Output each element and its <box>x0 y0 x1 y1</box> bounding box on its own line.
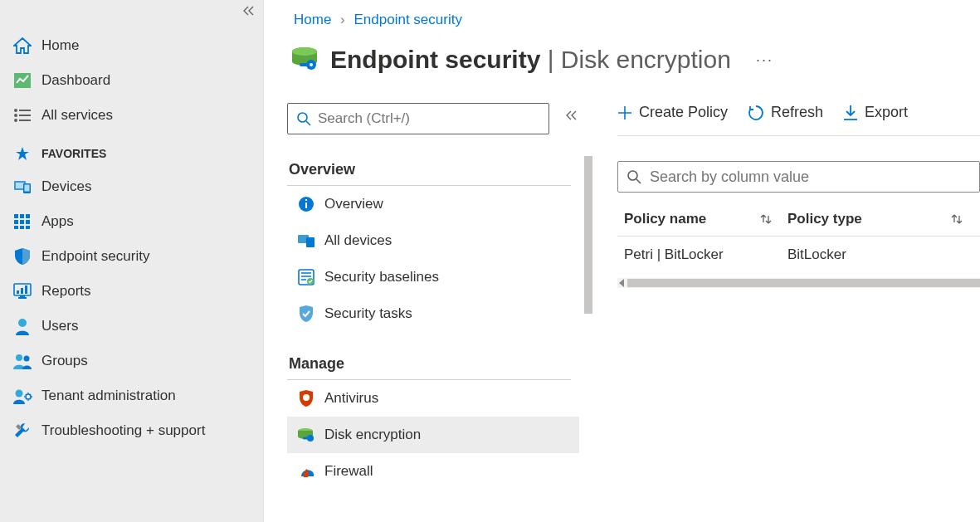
sidebar-item-devices[interactable]: Devices <box>0 169 263 204</box>
refresh-button[interactable]: Refresh <box>748 104 823 121</box>
horizontal-scrollbar[interactable] <box>617 278 980 288</box>
svg-rect-48 <box>303 437 310 440</box>
sidebar-favorites-heading: FAVORITES <box>0 133 263 169</box>
svg-rect-34 <box>300 63 311 66</box>
baselines-icon <box>295 268 318 286</box>
nav-label: Security baselines <box>324 269 439 285</box>
svg-rect-18 <box>20 226 24 229</box>
section-heading-overview: Overview <box>287 153 571 186</box>
search-icon <box>627 169 641 184</box>
sidebar-label: Reports <box>41 283 91 300</box>
nav-item-antivirus[interactable]: Antivirus <box>287 380 579 417</box>
svg-point-49 <box>628 171 637 180</box>
svg-rect-21 <box>17 290 19 294</box>
resource-search-input[interactable] <box>318 110 540 127</box>
sidebar-item-groups[interactable]: Groups <box>0 344 263 378</box>
sidebar-item-endpoint-security[interactable]: Endpoint security <box>0 239 263 274</box>
page-title: Endpoint security | Disk encryption <box>330 46 731 74</box>
sidebar-collapse-button[interactable] <box>243 5 255 18</box>
sidebar-label: Users <box>41 318 78 334</box>
column-search-input[interactable] <box>650 168 971 186</box>
nav-item-disk-encryption[interactable]: Disk encryption <box>287 417 579 453</box>
list-icon <box>12 106 33 124</box>
page-title-row: Endpoint security | Disk encryption ··· <box>264 38 980 83</box>
command-bar: Create Policy Refresh Export <box>617 103 980 136</box>
sidebar-label: Home <box>41 37 79 54</box>
page-title-main: Endpoint security <box>330 46 540 73</box>
column-label: Policy name <box>624 211 706 227</box>
user-icon <box>12 317 33 335</box>
nav-item-all-devices[interactable]: All devices <box>287 222 579 259</box>
table-row[interactable]: Petri | BitLocker BitLocker <box>617 237 980 273</box>
tasks-icon <box>295 305 318 323</box>
export-button[interactable]: Export <box>843 104 908 121</box>
nav-item-overview[interactable]: Overview <box>287 186 579 222</box>
toolbar-label: Create Policy <box>639 104 728 121</box>
svg-rect-10 <box>25 185 30 192</box>
svg-point-28 <box>24 356 30 362</box>
shield-icon <box>12 247 33 266</box>
wrench-icon <box>12 422 33 440</box>
disk-encryption-small-icon <box>295 426 318 444</box>
sidebar-item-dashboard[interactable]: Dashboard <box>0 63 263 98</box>
resource-nav-collapse-button[interactable] <box>566 110 578 123</box>
nav-label: Security tasks <box>324 305 412 322</box>
sidebar-label: Groups <box>41 353 88 369</box>
nav-label: Firewall <box>324 463 373 480</box>
svg-rect-16 <box>26 220 30 224</box>
cell-policy-type: BitLocker <box>787 246 978 263</box>
groups-icon <box>12 352 33 370</box>
breadcrumb-item-home[interactable]: Home <box>294 12 331 27</box>
svg-point-27 <box>16 354 22 361</box>
sidebar-item-tenant-administration[interactable]: Tenant administration <box>0 378 263 413</box>
all-devices-icon <box>295 232 318 250</box>
svg-rect-23 <box>25 285 27 294</box>
nav-item-security-tasks[interactable]: Security tasks <box>287 295 579 332</box>
antivirus-icon <box>295 389 318 407</box>
vertical-scrollbar[interactable] <box>584 153 592 314</box>
nav-item-security-baselines[interactable]: Security baselines <box>287 259 579 295</box>
search-icon <box>296 111 311 126</box>
sidebar-item-users[interactable]: Users <box>0 309 263 344</box>
sidebar-item-apps[interactable]: Apps <box>0 204 263 239</box>
svg-rect-42 <box>306 237 314 247</box>
cell-policy-name: Petri | BitLocker <box>617 246 787 263</box>
svg-line-50 <box>636 179 641 183</box>
favorites-heading-label: FAVORITES <box>41 147 106 160</box>
tenant-icon <box>12 387 33 405</box>
column-header-policy-type[interactable]: Policy type <box>787 211 978 227</box>
svg-rect-12 <box>20 214 24 218</box>
sidebar-item-all-services[interactable]: All services <box>0 98 263 133</box>
sidebar-item-home[interactable]: Home <box>0 28 263 63</box>
svg-rect-22 <box>21 288 23 294</box>
page-title-sub: Disk encryption <box>561 46 731 73</box>
more-actions-button[interactable]: ··· <box>756 51 773 69</box>
main-content: Home › Endpoint security Endpoint securi… <box>264 0 980 522</box>
svg-rect-14 <box>14 220 18 224</box>
nav-label: All devices <box>324 232 392 249</box>
svg-rect-40 <box>305 199 307 201</box>
devices-icon <box>12 178 33 196</box>
sidebar-item-reports[interactable]: Reports <box>0 274 263 309</box>
star-icon <box>12 144 33 163</box>
create-policy-button[interactable]: Create Policy <box>617 104 728 121</box>
nav-item-firewall[interactable]: Firewall <box>287 453 579 490</box>
nav-label: Disk encryption <box>324 427 421 443</box>
page-title-sep: | <box>540 46 560 73</box>
toolbar-label: Refresh <box>771 104 823 121</box>
svg-line-37 <box>306 121 310 125</box>
svg-point-35 <box>310 63 313 66</box>
svg-point-36 <box>298 113 307 122</box>
breadcrumb-item-endpoint-security[interactable]: Endpoint security <box>354 12 462 27</box>
sidebar-item-troubleshooting[interactable]: Troubleshooting + support <box>0 413 263 448</box>
svg-rect-15 <box>20 220 24 224</box>
home-icon <box>12 37 33 55</box>
svg-rect-4 <box>19 115 31 116</box>
column-search[interactable] <box>617 161 980 193</box>
svg-rect-8 <box>16 183 24 188</box>
svg-rect-17 <box>14 226 18 229</box>
info-icon <box>295 195 318 213</box>
resource-search[interactable] <box>287 103 549 134</box>
column-header-policy-name[interactable]: Policy name <box>617 211 787 227</box>
resource-nav-panel: Overview Overview All devices <box>287 103 611 522</box>
